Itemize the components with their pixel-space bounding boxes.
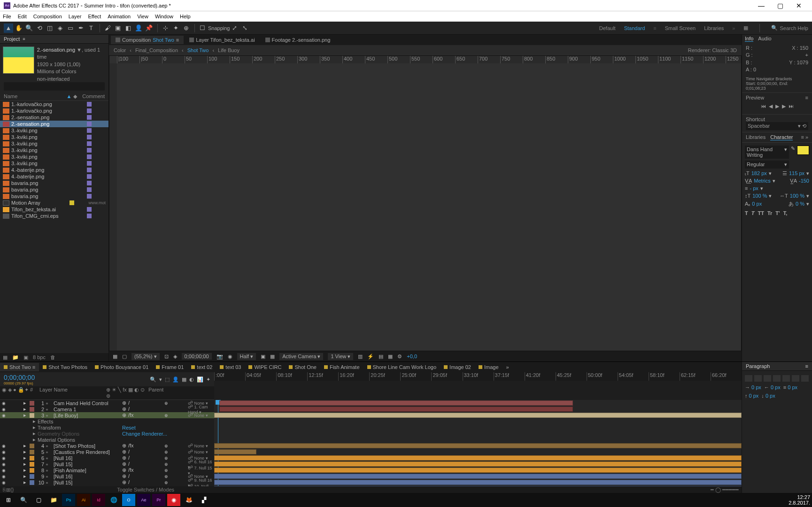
orbit-tool[interactable]: ⟲ <box>35 23 44 33</box>
leading-value[interactable]: 115 px <box>789 170 804 176</box>
timeline-layer[interactable]: ◉▸8▫[Fish Animate]⊕/fx⊕☍ 7. Null 15 ▾ <box>0 467 214 473</box>
layer-label[interactable] <box>30 480 34 485</box>
snapshot-icon[interactable]: 📷 <box>217 353 223 360</box>
timeline-layer[interactable]: ◉▸10▫[Null 15]⊕/⊕☍ 9. Null 16 ▾ <box>0 479 214 485</box>
maximize-button[interactable]: ▢ <box>771 2 789 9</box>
project-item[interactable]: Tifon_CMG_crni.eps <box>0 213 108 219</box>
project-item[interactable]: 1.-karlovačko.png <box>0 101 108 108</box>
layer-bar[interactable] <box>214 474 742 479</box>
timeline-track-area[interactable] <box>214 400 742 486</box>
new-comp-icon[interactable]: ▣ <box>23 354 28 361</box>
composition-viewport[interactable]: |100|50050100150200250300350400450500550… <box>109 55 742 351</box>
brush-tool[interactable]: 🖌 <box>103 23 112 33</box>
project-item[interactable]: bavaria.png <box>0 180 108 186</box>
bc-final[interactable]: Final_Composition <box>135 47 178 53</box>
layer-label[interactable] <box>30 456 34 461</box>
timeline-tab[interactable]: Shot Two Photos <box>39 363 91 371</box>
trash-icon[interactable]: 🗑 <box>50 354 55 360</box>
visibility-toggle[interactable]: ◉ <box>1 474 7 479</box>
next-frame-button[interactable]: ▶ <box>782 103 786 109</box>
explorer-icon[interactable]: 📁 <box>47 494 60 506</box>
timeline-tab[interactable]: Shot Two ≡ <box>0 363 39 371</box>
justify-left-button[interactable] <box>773 375 781 382</box>
bc-life-buoy[interactable]: Life Buoy <box>218 47 240 53</box>
timeline-tab[interactable]: Image <box>475 363 503 371</box>
workspace-standard[interactable]: Standard <box>624 25 645 31</box>
bpc-toggle[interactable]: 8 bpc <box>33 354 46 360</box>
camera-tool[interactable]: ◫ <box>45 23 54 33</box>
timeline-icon[interactable]: ▤ <box>379 353 383 360</box>
timeline-tab[interactable]: Shore Line Cam Work Logo <box>363 363 441 371</box>
timeline-layer[interactable]: ◉▸4▫[Shot Two Photos]⊕/fx⊕☍ None ▾ <box>0 443 214 449</box>
grid-icon[interactable]: ▢ <box>122 353 127 360</box>
project-item[interactable]: 3.-kviki.png <box>0 127 108 134</box>
timeline-layer[interactable]: ◉▸7▫[Null 15]⊕/⊕☍ 6. Null 16 ▾ <box>0 461 214 467</box>
flowchart-icon[interactable]: ▦ <box>388 353 393 360</box>
timeline-tab[interactable]: Image 02 <box>440 363 475 371</box>
paragraph-tab[interactable]: Paragraph <box>746 363 770 369</box>
project-item[interactable]: 1.-karlovačko.png <box>0 108 108 114</box>
tl-comp-mini-icon[interactable]: ▾ <box>159 376 162 383</box>
project-item[interactable]: bavaria.png <box>0 186 108 193</box>
tl-brackets-icon[interactable]: {} <box>10 487 14 492</box>
timeline-layer-list[interactable]: ◉▸1▫Cam Hand Held Control⊕/⊕☍ None ▾◉▸2▫… <box>0 400 214 486</box>
kerning-value[interactable]: Metrics <box>754 178 770 184</box>
camera-dropdown[interactable]: Active Camera ▾ <box>279 353 323 360</box>
comp-tab-layer[interactable]: Layer Tifon_bez_teksta.ai <box>185 36 259 44</box>
minimize-button[interactable]: — <box>752 2 771 9</box>
close-button[interactable]: ✕ <box>789 2 808 9</box>
align-left-button[interactable] <box>745 375 752 382</box>
snap-collapse-icon[interactable]: ⤡ <box>240 23 250 33</box>
menu-layer[interactable]: Layer <box>69 14 82 19</box>
timeline-layer[interactable]: ◉▸6▫[Null 16]⊕/⊕☍ None ▾ <box>0 455 214 461</box>
project-item[interactable]: 4.-baterije.png <box>0 167 108 173</box>
project-item[interactable]: Tifon_bez_teksta.ai <box>0 206 108 213</box>
libraries-tab[interactable]: Libraries <box>746 134 766 140</box>
layer-label[interactable] <box>30 407 34 412</box>
tl-expand-icon[interactable]: ⎘ <box>3 487 6 492</box>
project-item[interactable]: 3.-kviki.png <box>0 154 108 160</box>
view-axis[interactable]: ⊕ <box>181 23 191 33</box>
tl-graph-icon[interactable]: 📊 <box>197 376 203 383</box>
align-center-button[interactable] <box>754 375 762 382</box>
clone-tool[interactable]: ▣ <box>113 23 123 33</box>
layer-bar[interactable] <box>214 455 742 461</box>
transparency-icon[interactable]: ▦ <box>270 353 275 360</box>
menu-view[interactable]: View <box>137 14 148 19</box>
timeline-layer[interactable]: ◉▸2▫Camera 1⊕/☍ 1. Cam Hand ▾ <box>0 406 214 412</box>
project-item[interactable]: 2.-sensation.png <box>0 114 108 121</box>
project-search-input[interactable] <box>4 82 105 91</box>
new-folder-icon[interactable]: 📁 <box>12 354 19 361</box>
justify-all-button[interactable] <box>801 375 809 382</box>
font-dropdown[interactable]: Dans Hand Writing▾ <box>745 146 789 159</box>
layer-label[interactable] <box>30 444 34 448</box>
visibility-toggle[interactable]: ◉ <box>1 444 7 448</box>
mask-icon[interactable]: ◈ <box>173 353 177 360</box>
fast-preview-icon[interactable]: ⚡ <box>367 353 374 360</box>
photos-icon[interactable]: ▞ <box>197 494 210 506</box>
tl-render-icon[interactable]: ⊞ <box>6 487 10 493</box>
timeline-timecode[interactable]: 0;00;00;00 00000 (29.97 fps) <box>0 373 39 386</box>
layer-property[interactable]: ▸Effects <box>0 418 214 424</box>
first-frame-button[interactable]: ⏮ <box>761 103 766 109</box>
type-tool[interactable]: T <box>86 23 96 33</box>
italic-button[interactable]: T <box>751 210 755 216</box>
info-tab[interactable]: Info <box>745 36 753 42</box>
vscale-value[interactable]: 100 % <box>752 193 767 199</box>
tracking-value[interactable]: -150 <box>799 178 809 184</box>
layer-bar[interactable] <box>214 413 742 418</box>
menu-edit[interactable]: Edit <box>18 14 27 19</box>
stroke-value[interactable]: - px <box>750 185 758 191</box>
bc-color[interactable]: Color <box>114 47 126 53</box>
timeline-tab[interactable]: text 03 <box>216 363 245 371</box>
prev-frame-button[interactable]: ◀ <box>769 103 773 109</box>
layer-label[interactable] <box>30 462 34 467</box>
interpret-icon[interactable]: ▦ <box>3 354 8 361</box>
visibility-toggle[interactable]: ◉ <box>1 468 7 473</box>
workspace-small-screen[interactable]: Small Screen <box>665 25 696 31</box>
visibility-toggle[interactable]: ◉ <box>1 456 7 461</box>
snap-edge-icon[interactable]: ⤢ <box>230 23 240 33</box>
shortcut-dropdown[interactable]: Spacebar <box>748 123 770 129</box>
project-item[interactable]: 3.-kviki.png <box>0 147 108 154</box>
smallcaps-button[interactable]: Tr <box>767 210 772 216</box>
